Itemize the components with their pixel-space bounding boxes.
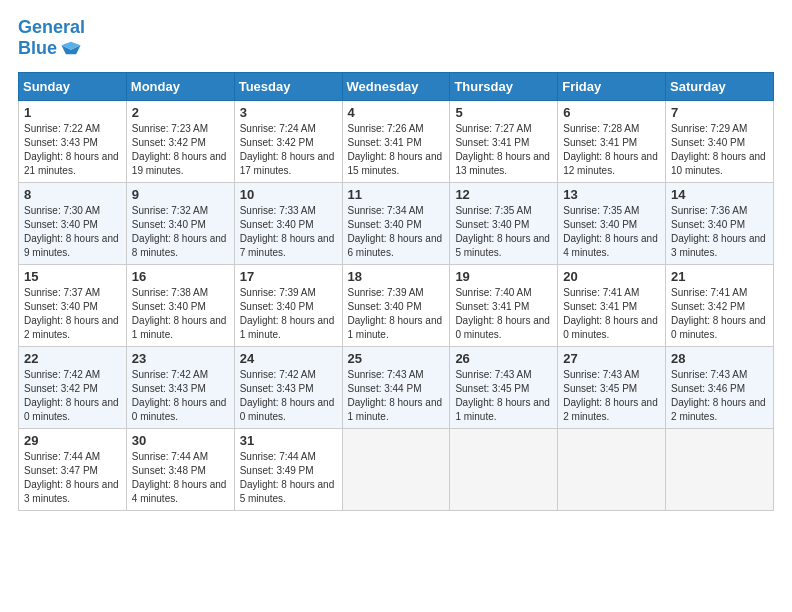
cell-info: Sunrise: 7:43 AMSunset: 3:45 PMDaylight:… xyxy=(563,369,658,422)
day-number: 12 xyxy=(455,187,552,202)
calendar-cell: 3 Sunrise: 7:24 AMSunset: 3:42 PMDayligh… xyxy=(234,100,342,182)
day-number: 26 xyxy=(455,351,552,366)
calendar-cell: 8 Sunrise: 7:30 AMSunset: 3:40 PMDayligh… xyxy=(19,182,127,264)
header: General Blue xyxy=(18,18,774,60)
calendar-cell: 25 Sunrise: 7:43 AMSunset: 3:44 PMDaylig… xyxy=(342,346,450,428)
day-number: 22 xyxy=(24,351,121,366)
weekday-header-friday: Friday xyxy=(558,72,666,100)
day-number: 8 xyxy=(24,187,121,202)
day-number: 19 xyxy=(455,269,552,284)
cell-info: Sunrise: 7:44 AMSunset: 3:48 PMDaylight:… xyxy=(132,451,227,504)
day-number: 25 xyxy=(348,351,445,366)
calendar-row-2: 8 Sunrise: 7:30 AMSunset: 3:40 PMDayligh… xyxy=(19,182,774,264)
cell-info: Sunrise: 7:42 AMSunset: 3:43 PMDaylight:… xyxy=(240,369,335,422)
day-number: 4 xyxy=(348,105,445,120)
calendar-cell: 6 Sunrise: 7:28 AMSunset: 3:41 PMDayligh… xyxy=(558,100,666,182)
weekday-header-saturday: Saturday xyxy=(666,72,774,100)
calendar-cell: 18 Sunrise: 7:39 AMSunset: 3:40 PMDaylig… xyxy=(342,264,450,346)
calendar-cell xyxy=(450,428,558,510)
cell-info: Sunrise: 7:38 AMSunset: 3:40 PMDaylight:… xyxy=(132,287,227,340)
calendar-cell: 7 Sunrise: 7:29 AMSunset: 3:40 PMDayligh… xyxy=(666,100,774,182)
calendar-cell: 28 Sunrise: 7:43 AMSunset: 3:46 PMDaylig… xyxy=(666,346,774,428)
calendar-cell: 12 Sunrise: 7:35 AMSunset: 3:40 PMDaylig… xyxy=(450,182,558,264)
day-number: 6 xyxy=(563,105,660,120)
cell-info: Sunrise: 7:29 AMSunset: 3:40 PMDaylight:… xyxy=(671,123,766,176)
day-number: 9 xyxy=(132,187,229,202)
cell-info: Sunrise: 7:28 AMSunset: 3:41 PMDaylight:… xyxy=(563,123,658,176)
cell-info: Sunrise: 7:35 AMSunset: 3:40 PMDaylight:… xyxy=(563,205,658,258)
cell-info: Sunrise: 7:44 AMSunset: 3:47 PMDaylight:… xyxy=(24,451,119,504)
cell-info: Sunrise: 7:32 AMSunset: 3:40 PMDaylight:… xyxy=(132,205,227,258)
cell-info: Sunrise: 7:36 AMSunset: 3:40 PMDaylight:… xyxy=(671,205,766,258)
calendar-cell: 15 Sunrise: 7:37 AMSunset: 3:40 PMDaylig… xyxy=(19,264,127,346)
cell-info: Sunrise: 7:41 AMSunset: 3:42 PMDaylight:… xyxy=(671,287,766,340)
calendar-cell: 31 Sunrise: 7:44 AMSunset: 3:49 PMDaylig… xyxy=(234,428,342,510)
cell-info: Sunrise: 7:41 AMSunset: 3:41 PMDaylight:… xyxy=(563,287,658,340)
calendar-cell: 10 Sunrise: 7:33 AMSunset: 3:40 PMDaylig… xyxy=(234,182,342,264)
day-number: 5 xyxy=(455,105,552,120)
calendar-cell: 14 Sunrise: 7:36 AMSunset: 3:40 PMDaylig… xyxy=(666,182,774,264)
weekday-header-thursday: Thursday xyxy=(450,72,558,100)
cell-info: Sunrise: 7:42 AMSunset: 3:42 PMDaylight:… xyxy=(24,369,119,422)
cell-info: Sunrise: 7:33 AMSunset: 3:40 PMDaylight:… xyxy=(240,205,335,258)
calendar-cell: 27 Sunrise: 7:43 AMSunset: 3:45 PMDaylig… xyxy=(558,346,666,428)
day-number: 2 xyxy=(132,105,229,120)
calendar-cell: 22 Sunrise: 7:42 AMSunset: 3:42 PMDaylig… xyxy=(19,346,127,428)
logo-text: General xyxy=(18,18,85,38)
day-number: 28 xyxy=(671,351,768,366)
logo: General Blue xyxy=(18,18,85,60)
day-number: 7 xyxy=(671,105,768,120)
calendar-cell xyxy=(558,428,666,510)
calendar-cell: 24 Sunrise: 7:42 AMSunset: 3:43 PMDaylig… xyxy=(234,346,342,428)
calendar-cell: 11 Sunrise: 7:34 AMSunset: 3:40 PMDaylig… xyxy=(342,182,450,264)
logo-icon xyxy=(60,38,82,60)
day-number: 1 xyxy=(24,105,121,120)
calendar-row-4: 22 Sunrise: 7:42 AMSunset: 3:42 PMDaylig… xyxy=(19,346,774,428)
cell-info: Sunrise: 7:39 AMSunset: 3:40 PMDaylight:… xyxy=(240,287,335,340)
weekday-header-sunday: Sunday xyxy=(19,72,127,100)
day-number: 20 xyxy=(563,269,660,284)
day-number: 21 xyxy=(671,269,768,284)
day-number: 17 xyxy=(240,269,337,284)
cell-info: Sunrise: 7:40 AMSunset: 3:41 PMDaylight:… xyxy=(455,287,550,340)
day-number: 29 xyxy=(24,433,121,448)
day-number: 10 xyxy=(240,187,337,202)
day-number: 15 xyxy=(24,269,121,284)
day-number: 31 xyxy=(240,433,337,448)
calendar-cell: 20 Sunrise: 7:41 AMSunset: 3:41 PMDaylig… xyxy=(558,264,666,346)
weekday-header-row: SundayMondayTuesdayWednesdayThursdayFrid… xyxy=(19,72,774,100)
day-number: 11 xyxy=(348,187,445,202)
cell-info: Sunrise: 7:42 AMSunset: 3:43 PMDaylight:… xyxy=(132,369,227,422)
day-number: 14 xyxy=(671,187,768,202)
cell-info: Sunrise: 7:30 AMSunset: 3:40 PMDaylight:… xyxy=(24,205,119,258)
cell-info: Sunrise: 7:43 AMSunset: 3:44 PMDaylight:… xyxy=(348,369,443,422)
calendar-cell: 9 Sunrise: 7:32 AMSunset: 3:40 PMDayligh… xyxy=(126,182,234,264)
calendar-row-1: 1 Sunrise: 7:22 AMSunset: 3:43 PMDayligh… xyxy=(19,100,774,182)
cell-info: Sunrise: 7:44 AMSunset: 3:49 PMDaylight:… xyxy=(240,451,335,504)
calendar-cell: 1 Sunrise: 7:22 AMSunset: 3:43 PMDayligh… xyxy=(19,100,127,182)
day-number: 27 xyxy=(563,351,660,366)
calendar-cell: 19 Sunrise: 7:40 AMSunset: 3:41 PMDaylig… xyxy=(450,264,558,346)
cell-info: Sunrise: 7:26 AMSunset: 3:41 PMDaylight:… xyxy=(348,123,443,176)
day-number: 13 xyxy=(563,187,660,202)
logo-general: General xyxy=(18,17,85,37)
calendar-cell: 4 Sunrise: 7:26 AMSunset: 3:41 PMDayligh… xyxy=(342,100,450,182)
calendar-cell xyxy=(342,428,450,510)
weekday-header-wednesday: Wednesday xyxy=(342,72,450,100)
calendar-cell: 26 Sunrise: 7:43 AMSunset: 3:45 PMDaylig… xyxy=(450,346,558,428)
weekday-header-monday: Monday xyxy=(126,72,234,100)
cell-info: Sunrise: 7:35 AMSunset: 3:40 PMDaylight:… xyxy=(455,205,550,258)
cell-info: Sunrise: 7:27 AMSunset: 3:41 PMDaylight:… xyxy=(455,123,550,176)
day-number: 30 xyxy=(132,433,229,448)
calendar-cell xyxy=(666,428,774,510)
day-number: 16 xyxy=(132,269,229,284)
calendar-row-3: 15 Sunrise: 7:37 AMSunset: 3:40 PMDaylig… xyxy=(19,264,774,346)
cell-info: Sunrise: 7:24 AMSunset: 3:42 PMDaylight:… xyxy=(240,123,335,176)
calendar-cell: 17 Sunrise: 7:39 AMSunset: 3:40 PMDaylig… xyxy=(234,264,342,346)
calendar-cell: 23 Sunrise: 7:42 AMSunset: 3:43 PMDaylig… xyxy=(126,346,234,428)
day-number: 3 xyxy=(240,105,337,120)
calendar-cell: 13 Sunrise: 7:35 AMSunset: 3:40 PMDaylig… xyxy=(558,182,666,264)
logo-blue: Blue xyxy=(18,38,85,60)
cell-info: Sunrise: 7:43 AMSunset: 3:46 PMDaylight:… xyxy=(671,369,766,422)
calendar-table: SundayMondayTuesdayWednesdayThursdayFrid… xyxy=(18,72,774,511)
